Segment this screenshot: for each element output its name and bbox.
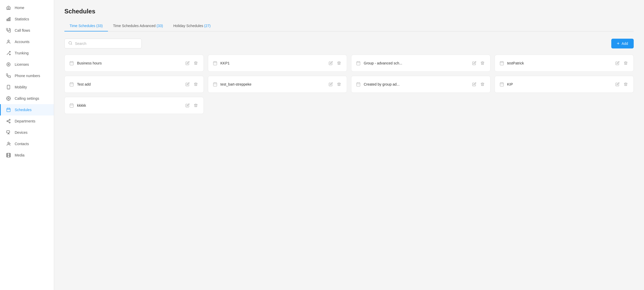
edit-button-7[interactable] <box>471 81 477 87</box>
sidebar-label-mobility: Mobility <box>15 85 27 89</box>
card-test-add: Test add <box>64 76 204 93</box>
card-calendar-icon-7 <box>356 82 361 87</box>
card-kkp1: KKP1 <box>208 55 347 72</box>
sidebar-label-trunking: Trunking <box>15 51 29 55</box>
sidebar-item-mobility[interactable]: Mobility <box>0 81 54 93</box>
card-label-kkp1: KKP1 <box>221 61 325 65</box>
sidebar-label-callingsettings: Calling settings <box>15 96 39 101</box>
sidebar-item-devices[interactable]: Devices <box>0 127 54 138</box>
sidebar-label-devices: Devices <box>15 130 28 135</box>
sidebar-item-media[interactable]: Media <box>0 150 54 161</box>
card-label-test-add: Test add <box>77 82 181 86</box>
card-actions-7 <box>471 81 486 87</box>
sidebar-item-contacts[interactable]: Contacts <box>0 138 54 150</box>
svg-line-32 <box>71 44 72 45</box>
card-calendar-icon-5 <box>69 82 74 87</box>
svg-rect-11 <box>7 108 10 112</box>
card-label-testpatrick: testPatrick <box>507 61 612 65</box>
svg-rect-65 <box>70 104 73 107</box>
delete-button-9[interactable] <box>193 102 199 109</box>
card-test-bart: test_bart-streppeke <box>208 76 347 93</box>
card-actions-4 <box>614 60 629 66</box>
card-kkkkk: kkkkk <box>64 97 204 114</box>
search-input[interactable] <box>75 42 138 46</box>
svg-rect-8 <box>7 85 10 89</box>
sidebar-item-home[interactable]: Home <box>0 2 54 13</box>
svg-rect-61 <box>500 83 504 86</box>
card-label-kkkkk: kkkkk <box>77 103 181 107</box>
add-button[interactable]: + Add <box>611 39 634 48</box>
delete-button-8[interactable] <box>623 81 629 87</box>
svg-rect-41 <box>357 62 360 65</box>
edit-button-2[interactable] <box>328 60 334 66</box>
edit-button-6[interactable] <box>328 81 334 87</box>
card-actions-2 <box>328 60 342 66</box>
tab-time-schedules-advanced[interactable]: Time Schedules Advanced (33) <box>108 21 168 31</box>
svg-rect-1 <box>8 18 9 21</box>
delete-button-1[interactable] <box>193 60 199 66</box>
svg-line-19 <box>8 120 9 121</box>
smartphone-icon <box>6 85 11 90</box>
edit-button-9[interactable] <box>184 102 191 109</box>
svg-rect-57 <box>357 83 360 86</box>
svg-line-18 <box>8 121 9 122</box>
card-created-by-group: Created by group ad... <box>351 76 490 93</box>
card-calendar-icon-4 <box>499 61 504 65</box>
svg-rect-53 <box>213 83 217 86</box>
search-box[interactable] <box>64 39 142 48</box>
home-icon <box>6 5 11 10</box>
edit-button-4[interactable] <box>614 60 621 66</box>
sidebar-item-phonenumbers[interactable]: Phone numbers <box>0 70 54 81</box>
card-group-advanced: Group - advanced sch... <box>351 55 490 72</box>
calendar-icon <box>6 107 11 112</box>
tab-holiday-schedules-label: Holiday Schedules <box>173 24 204 28</box>
delete-button-3[interactable] <box>479 60 486 66</box>
sidebar-item-licenses[interactable]: Licenses <box>0 59 54 70</box>
film-icon <box>6 153 11 158</box>
delete-button-6[interactable] <box>336 81 342 87</box>
sidebar-item-departments[interactable]: Departments <box>0 115 54 127</box>
tab-holiday-schedules-count: (27) <box>204 24 211 28</box>
svg-point-22 <box>8 142 9 144</box>
tab-time-schedules-advanced-label: Time Schedules Advanced <box>113 24 157 28</box>
tab-time-schedules[interactable]: Time Schedules (33) <box>64 21 108 31</box>
edit-button-8[interactable] <box>614 81 621 87</box>
sidebar-item-trunking[interactable]: Trunking <box>0 47 54 59</box>
page-title: Schedules <box>64 8 634 15</box>
bar-chart-icon <box>6 16 11 22</box>
svg-rect-2 <box>10 17 10 21</box>
delete-button-4[interactable] <box>623 60 629 66</box>
user-icon <box>6 39 11 44</box>
card-calendar-icon-8 <box>499 82 504 87</box>
delete-button-2[interactable] <box>336 60 342 66</box>
sidebar-item-accounts[interactable]: Accounts <box>0 36 54 47</box>
tab-holiday-schedules[interactable]: Holiday Schedules (27) <box>168 21 216 31</box>
contacts-icon <box>6 141 11 146</box>
cards-grid: Business hours KKP1 <box>64 55 634 114</box>
card-calendar-icon-6 <box>213 82 217 87</box>
card-kip: KIP <box>495 76 634 93</box>
card-actions-6 <box>328 81 342 87</box>
edit-button-1[interactable] <box>184 60 191 66</box>
settings-icon <box>6 96 11 101</box>
edit-button-3[interactable] <box>471 60 477 66</box>
delete-button-5[interactable] <box>193 81 199 87</box>
sidebar-item-callflows[interactable]: Call flows <box>0 25 54 36</box>
card-testpatrick: testPatrick <box>495 55 634 72</box>
phone-icon <box>6 73 11 78</box>
card-actions-8 <box>614 81 629 87</box>
content-area: Schedules Time Schedules (33) Time Sched… <box>54 0 644 290</box>
sidebar-label-licenses: Licenses <box>15 62 29 67</box>
main-content: Schedules Time Schedules (33) Time Sched… <box>54 0 644 290</box>
delete-button-7[interactable] <box>479 81 486 87</box>
sidebar-label-phonenumbers: Phone numbers <box>15 74 40 78</box>
search-icon <box>68 41 72 46</box>
sidebar-item-callingsettings[interactable]: Calling settings <box>0 93 54 104</box>
phone-call-icon <box>6 28 11 33</box>
sidebar-item-schedules[interactable]: Schedules <box>0 104 54 115</box>
sidebar-label-contacts: Contacts <box>15 142 29 146</box>
card-calendar-icon-2 <box>213 61 217 65</box>
card-actions-3 <box>471 60 486 66</box>
sidebar-item-statistics[interactable]: Statistics <box>0 13 54 25</box>
edit-button-5[interactable] <box>184 81 191 87</box>
